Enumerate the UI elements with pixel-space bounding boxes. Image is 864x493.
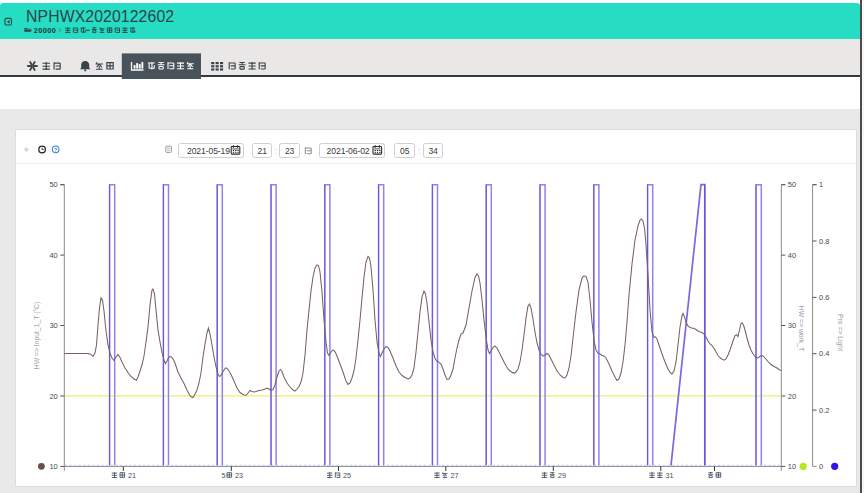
svg-text:0.2: 0.2 [819,406,829,415]
svg-text:27: 27 [450,471,458,480]
svg-text:23: 23 [235,471,243,480]
svg-text:0.8: 0.8 [819,237,829,246]
svg-text:0.4: 0.4 [819,349,829,358]
svg-text:25: 25 [343,471,351,480]
svg-text:10: 10 [788,462,796,471]
svg-text:0.6: 0.6 [819,293,829,302]
svg-text:40: 40 [788,251,796,260]
svg-text:1: 1 [819,180,823,189]
svg-text:Pro => Light: Pro => Light [836,314,844,351]
svg-text:20: 20 [49,392,57,401]
svg-text:29: 29 [558,471,566,480]
svg-text:?: ? [54,147,57,153]
svg-text:31: 31 [665,471,673,480]
svg-text:30: 30 [49,321,57,330]
svg-text:21: 21 [128,471,136,480]
svg-text:50: 50 [788,180,796,189]
svg-text:HW => Input_1_T (°C): HW => Input_1_T (°C) [33,302,41,370]
svg-text:5: 5 [222,471,226,480]
svg-text:HW => work_T: HW => work_T [797,306,805,351]
svg-text:30: 30 [788,321,796,330]
svg-text:40: 40 [49,251,57,260]
svg-text:10: 10 [49,462,57,471]
svg-text:20: 20 [788,392,796,401]
svg-text:0: 0 [819,462,823,471]
svg-text:50: 50 [49,180,57,189]
